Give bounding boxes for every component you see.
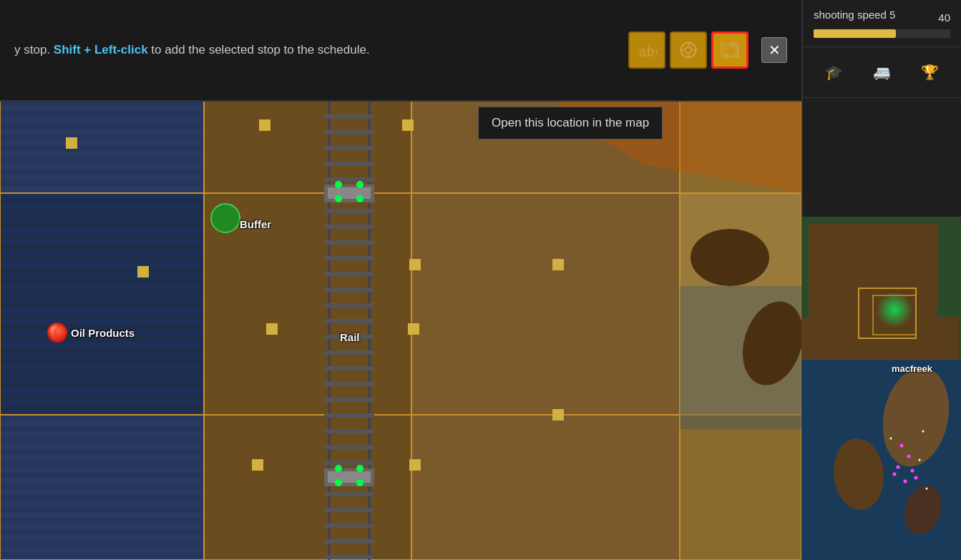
map-open-icon	[720, 40, 740, 60]
instruction-prefix: y stop.	[14, 43, 54, 57]
instruction-text: y stop. Shift + Left-click to add the se…	[14, 43, 628, 57]
speed-title: shooting speed 5	[814, 9, 895, 21]
map-open-button[interactable]	[711, 31, 748, 69]
mini-map-canvas	[801, 217, 961, 560]
top-bar-separator	[0, 100, 801, 102]
player-name: macfreek	[892, 363, 932, 374]
shortcut-text: Shift + Left-click	[54, 43, 148, 57]
mini-map: macfreek	[801, 217, 961, 560]
vehicle-icon: 🚐	[873, 64, 891, 81]
toolbar-buttons: abc	[628, 31, 748, 69]
target-button[interactable]	[670, 31, 707, 69]
target-icon	[678, 40, 698, 60]
game-area: y stop. Shift + Left-click to add the se…	[0, 0, 801, 560]
close-icon: ✕	[769, 41, 781, 59]
trophy-icon: 🏆	[921, 64, 939, 81]
speed-value: 40	[938, 11, 950, 24]
vehicle-button[interactable]: 🚐	[868, 58, 897, 87]
speed-bar-container	[814, 29, 950, 38]
close-button[interactable]: ✕	[761, 37, 787, 63]
instruction-suffix: to add the selected stop to the schedule…	[148, 43, 370, 57]
text-button[interactable]: abc	[628, 31, 665, 69]
speed-bar	[814, 29, 896, 38]
svg-text:abc: abc	[638, 44, 657, 59]
speed-section: shooting speed 5 40	[803, 0, 961, 47]
svg-point-2	[685, 46, 691, 53]
trophy-button[interactable]: 🏆	[916, 58, 945, 87]
mortarboard-icon: 🎓	[825, 64, 843, 81]
top-bar: y stop. Shift + Left-click to add the se…	[0, 0, 801, 100]
text-icon: abc	[637, 40, 657, 60]
right-icons: 🎓 🚐 🏆	[803, 47, 961, 98]
mortarboard-button[interactable]: 🎓	[820, 58, 849, 87]
right-panel: shooting speed 5 40 🎓 🚐 🏆 macfreek	[801, 0, 961, 560]
